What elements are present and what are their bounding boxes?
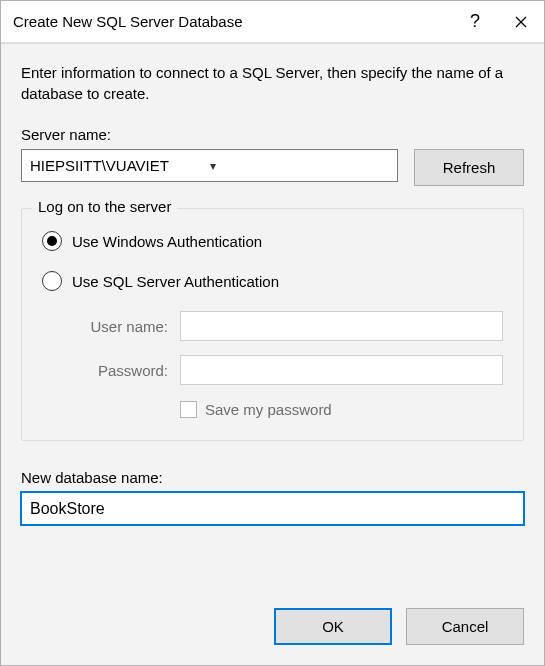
close-icon	[515, 16, 527, 28]
save-password-row: Save my password	[180, 401, 503, 418]
server-name-combo[interactable]: HIEPSIITT\VUAVIET ▾	[21, 149, 398, 182]
server-name-value: HIEPSIITT\VUAVIET	[30, 157, 210, 174]
radio-windows-auth-label: Use Windows Authentication	[72, 233, 262, 250]
dbname-label: New database name:	[21, 469, 524, 486]
save-password-label: Save my password	[205, 401, 332, 418]
dbname-field[interactable]	[21, 492, 524, 525]
close-button[interactable]	[498, 1, 544, 43]
username-label: User name:	[62, 318, 172, 335]
radio-icon	[42, 231, 62, 251]
password-label: Password:	[62, 362, 172, 379]
radio-sql-auth-label: Use SQL Server Authentication	[72, 273, 279, 290]
server-name-label: Server name:	[21, 126, 524, 143]
username-field	[180, 311, 503, 341]
save-password-checkbox	[180, 401, 197, 418]
radio-windows-auth[interactable]: Use Windows Authentication	[42, 231, 503, 251]
help-button[interactable]: ?	[452, 1, 498, 43]
radio-icon	[42, 271, 62, 291]
intro-text: Enter information to connect to a SQL Se…	[21, 62, 524, 104]
radio-sql-auth[interactable]: Use SQL Server Authentication	[42, 271, 503, 291]
titlebar: Create New SQL Server Database ?	[1, 1, 544, 43]
window-title: Create New SQL Server Database	[1, 13, 452, 30]
dialog-body: Enter information to connect to a SQL Se…	[1, 43, 544, 665]
chevron-down-icon: ▾	[210, 159, 390, 173]
help-icon: ?	[470, 11, 480, 32]
dialog-window: Create New SQL Server Database ? Enter i…	[0, 0, 545, 666]
dialog-footer: OK Cancel	[21, 590, 524, 645]
refresh-button[interactable]: Refresh	[414, 149, 524, 186]
logon-legend: Log on to the server	[32, 198, 177, 215]
ok-button[interactable]: OK	[274, 608, 392, 645]
cancel-button[interactable]: Cancel	[406, 608, 524, 645]
logon-group: Log on to the server Use Windows Authent…	[21, 208, 524, 441]
password-field	[180, 355, 503, 385]
